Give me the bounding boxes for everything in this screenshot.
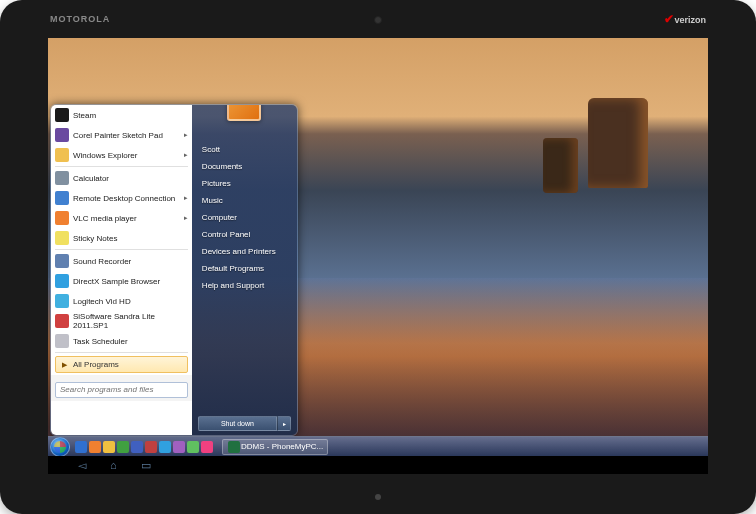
chevron-right-icon: ▸ (184, 214, 188, 222)
places-item[interactable]: Documents (192, 158, 297, 175)
screen: Steam Corel Painter Sketch Pad ▸ Windows… (48, 38, 708, 474)
program-label: Sound Recorder (73, 257, 131, 266)
program-item[interactable]: SiSoftware Sandra Lite 2011.SP1 (51, 311, 192, 331)
program-label: Corel Painter Sketch Pad (73, 131, 163, 140)
start-menu-programs-pane: Steam Corel Painter Sketch Pad ▸ Windows… (51, 105, 192, 435)
pinned-app-icon[interactable] (75, 441, 87, 453)
places-item[interactable]: Music (192, 192, 297, 209)
places-item[interactable]: Scott (192, 141, 297, 158)
shutdown-button[interactable]: Shut down (198, 416, 277, 431)
front-camera (374, 16, 382, 24)
divider (55, 352, 188, 353)
places-item[interactable]: Pictures (192, 175, 297, 192)
pinned-app-icon[interactable] (145, 441, 157, 453)
program-item[interactable]: Steam (51, 105, 192, 125)
program-item[interactable]: Windows Explorer ▸ (51, 145, 192, 165)
program-icon (55, 294, 69, 308)
search-row (51, 375, 192, 401)
program-label: Logitech Vid HD (73, 297, 131, 306)
program-icon (55, 128, 69, 142)
taskbar-window-label: DDMS - PhoneMyPC... (241, 442, 323, 451)
chevron-right-icon: ▸ (184, 194, 188, 202)
program-item[interactable]: Sticky Notes (51, 228, 192, 248)
pinned-app-icon[interactable] (131, 441, 143, 453)
places-item[interactable]: Devices and Printers (192, 243, 297, 260)
brand-verizon: ✔verizon (664, 12, 706, 26)
taskbar-window-button[interactable]: DDMS - PhoneMyPC... (222, 439, 328, 455)
pinned-app-icon[interactable] (117, 441, 129, 453)
program-label: Sticky Notes (73, 234, 117, 243)
user-picture[interactable] (227, 104, 261, 121)
places-item[interactable]: Help and Support (192, 277, 297, 294)
divider (55, 249, 188, 250)
program-item[interactable]: Remote Desktop Connection ▸ (51, 188, 192, 208)
program-item[interactable]: Logitech Vid HD (51, 291, 192, 311)
program-item[interactable]: VLC media player ▸ (51, 208, 192, 228)
program-icon (55, 231, 69, 245)
pinned-app-icon[interactable] (187, 441, 199, 453)
pinned-app-icon[interactable] (103, 441, 115, 453)
start-menu-places-pane: ScottDocumentsPicturesMusicComputerContr… (192, 105, 297, 435)
program-label: SiSoftware Sandra Lite 2011.SP1 (73, 312, 188, 330)
program-label: Task Scheduler (73, 337, 128, 346)
app-icon (228, 441, 240, 453)
shutdown-options-button[interactable]: ▸ (277, 416, 291, 431)
home-indicator (375, 494, 381, 500)
search-input[interactable] (55, 382, 188, 398)
all-programs-label: All Programs (73, 360, 119, 369)
program-label: Windows Explorer (73, 151, 137, 160)
program-icon (55, 191, 69, 205)
chevron-right-icon: ▸ (184, 151, 188, 159)
android-nav-bar: ◅ ⌂ ▭ (48, 456, 708, 474)
all-programs-button[interactable]: ▶ All Programs (55, 356, 188, 373)
home-button[interactable]: ⌂ (110, 459, 117, 471)
program-icon (55, 148, 69, 162)
program-label: Steam (73, 111, 96, 120)
divider (55, 166, 188, 167)
places-item[interactable]: Control Panel (192, 226, 297, 243)
brand-motorola: MOTOROLA (50, 14, 110, 24)
pinned-app-icon[interactable] (89, 441, 101, 453)
program-label: DirectX Sample Browser (73, 277, 160, 286)
pinned-app-icon[interactable] (201, 441, 213, 453)
places-item[interactable]: Default Programs (192, 260, 297, 277)
pinned-app-icon[interactable] (173, 441, 185, 453)
program-icon (55, 274, 69, 288)
program-icon (55, 314, 69, 328)
program-list: Steam Corel Painter Sketch Pad ▸ Windows… (51, 105, 192, 351)
program-label: VLC media player (73, 214, 137, 223)
program-label: Calculator (73, 174, 109, 183)
start-button[interactable] (50, 437, 70, 457)
program-icon (55, 171, 69, 185)
tablet-frame: MOTOROLA ✔verizon Steam Corel Painter Sk… (0, 0, 756, 514)
wallpaper-feature (508, 98, 648, 218)
pinned-app-icon[interactable] (159, 441, 171, 453)
program-icon (55, 108, 69, 122)
program-item[interactable]: Calculator (51, 168, 192, 188)
places-item[interactable]: Computer (192, 209, 297, 226)
back-button[interactable]: ◅ (78, 459, 86, 472)
chevron-right-icon: ▸ (184, 131, 188, 139)
program-icon (55, 254, 69, 268)
program-item[interactable]: Corel Painter Sketch Pad ▸ (51, 125, 192, 145)
program-icon (55, 334, 69, 348)
program-item[interactable]: Sound Recorder (51, 251, 192, 271)
shutdown-group: Shut down ▸ (198, 416, 291, 431)
program-item[interactable]: Task Scheduler (51, 331, 192, 351)
triangle-right-icon: ▶ (62, 361, 67, 369)
windows-taskbar: DDMS - PhoneMyPC... (48, 436, 708, 456)
program-item[interactable]: DirectX Sample Browser (51, 271, 192, 291)
program-label: Remote Desktop Connection (73, 194, 175, 203)
start-menu: Steam Corel Painter Sketch Pad ▸ Windows… (50, 104, 298, 436)
program-icon (55, 211, 69, 225)
recents-button[interactable]: ▭ (141, 459, 151, 472)
